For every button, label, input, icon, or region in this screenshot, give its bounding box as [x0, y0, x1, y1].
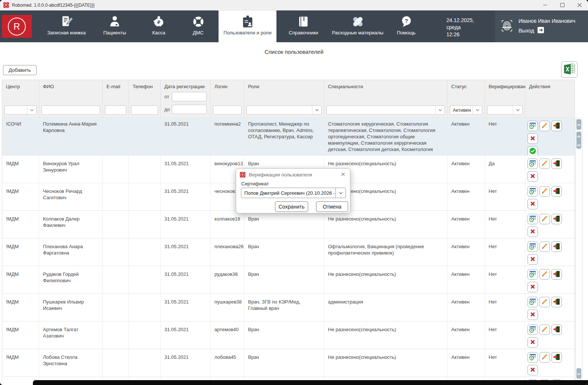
- nav-item-dms[interactable]: ДМС: [180, 10, 216, 42]
- certificate-select[interactable]: Попов Дмитрий Сергеевич (20.10.2026 - 20…: [241, 188, 346, 198]
- nav-item-references[interactable]: Справочники: [278, 10, 329, 42]
- filter-date-to-input[interactable]: [172, 105, 207, 114]
- login-as-button[interactable]: [551, 324, 562, 335]
- filter-verified-select[interactable]: [487, 105, 523, 115]
- nav-item-label: Расходные материалы: [332, 30, 384, 36]
- login-as-button[interactable]: [551, 158, 562, 169]
- cell-login: плеханова26: [211, 238, 244, 266]
- login-as-button[interactable]: [551, 297, 562, 307]
- schedule-button[interactable]: [527, 297, 538, 307]
- schedule-button[interactable]: [527, 352, 538, 363]
- table-row[interactable]: !СОЧИПотемкина Анна-Мария Карловна31.05.…: [2, 117, 575, 155]
- delete-x-icon: [529, 200, 536, 209]
- column-header-roles: Роли: [244, 80, 324, 117]
- filter-center-select[interactable]: [4, 105, 37, 115]
- delete-button[interactable]: [527, 337, 538, 348]
- delete-button[interactable]: [527, 254, 538, 265]
- add-user-button[interactable]: Добавить: [3, 65, 37, 75]
- delete-button[interactable]: [527, 227, 538, 237]
- scroll-up-button[interactable]: [576, 119, 581, 130]
- scroll-thumb[interactable]: [576, 132, 581, 149]
- delete-button[interactable]: [527, 133, 538, 144]
- edit-button[interactable]: [539, 269, 550, 280]
- vertical-scrollbar[interactable]: [575, 118, 582, 380]
- robomed-logo-icon: R: [240, 172, 245, 178]
- nav-item-cashdesk[interactable]: ₽Касса: [140, 10, 177, 42]
- close-icon[interactable]: ✕: [341, 172, 346, 178]
- delete-button[interactable]: [527, 171, 538, 182]
- cancel-button[interactable]: Отмена: [316, 201, 348, 212]
- delete-button[interactable]: [527, 282, 538, 292]
- login-as-button[interactable]: [551, 241, 562, 252]
- filter-roles-select[interactable]: [247, 105, 322, 115]
- weekday-text: среда: [446, 24, 474, 31]
- verify-toggle-button[interactable]: [527, 146, 538, 155]
- nav-item-help[interactable]: ?Помощь: [387, 10, 426, 42]
- column-header-reg_date: Дата регистрацииотдо: [161, 80, 211, 117]
- cell-email: [103, 155, 129, 183]
- excel-export-button[interactable]: [561, 61, 578, 78]
- scroll-down-button[interactable]: [576, 368, 581, 379]
- cell-reg_date: 31.05.2021: [161, 155, 211, 183]
- column-label: Роли: [248, 84, 322, 89]
- date-from-label: от: [164, 94, 172, 99]
- delete-button[interactable]: [527, 199, 538, 209]
- edit-button[interactable]: [539, 158, 550, 169]
- delete-button[interactable]: [527, 365, 538, 375]
- filter-specialties-select[interactable]: [327, 105, 445, 115]
- table-row[interactable]: !МДМПушкарев Ильвир Исаевич31.05.2021пуш…: [2, 293, 575, 321]
- edit-button[interactable]: [539, 214, 550, 224]
- nav-item-users-roles[interactable]: Пользователи и роли: [219, 10, 276, 42]
- robomed-logo[interactable]: R: [2, 15, 32, 38]
- table-row[interactable]: !МДМЛобова Стелла Эрнстовна31.05.2021лоб…: [2, 349, 575, 376]
- login-as-button[interactable]: [551, 121, 562, 131]
- edit-button[interactable]: [539, 324, 550, 335]
- logout-button[interactable]: Выход: [519, 27, 575, 35]
- filter-login-input[interactable]: [213, 105, 242, 115]
- filter-date-from-input[interactable]: [172, 92, 207, 101]
- edit-button[interactable]: [539, 352, 550, 363]
- nav-item-patients[interactable]: Пациенты: [92, 10, 137, 42]
- login-as-button[interactable]: [551, 352, 562, 363]
- cell-status: Активен: [448, 349, 485, 376]
- schedule-button[interactable]: [527, 324, 538, 335]
- schedule-button[interactable]: [527, 186, 538, 197]
- column-label: Телефон: [133, 84, 159, 89]
- delete-button[interactable]: [527, 309, 538, 320]
- nav-item-materials[interactable]: Расходные материалы: [331, 10, 385, 42]
- edit-button[interactable]: [539, 241, 550, 252]
- cell-status: Активен: [448, 211, 485, 238]
- save-button[interactable]: Сохранить: [275, 201, 308, 212]
- filter-email-input[interactable]: [105, 105, 126, 115]
- nav-item-notebook[interactable]: Записная книжка: [42, 10, 91, 42]
- edit-button[interactable]: [539, 297, 550, 307]
- chevron-down-icon: [513, 106, 522, 114]
- filter-status-select[interactable]: Активен: [450, 105, 482, 115]
- schedule-button[interactable]: [527, 214, 538, 224]
- time-text: 12:26: [446, 31, 474, 38]
- schedule-button[interactable]: [527, 269, 538, 280]
- filter-fio-input[interactable]: [41, 105, 100, 115]
- edit-pencil-icon: [541, 298, 548, 307]
- schedule-button[interactable]: [527, 121, 538, 131]
- filter-phone-input[interactable]: [131, 105, 158, 115]
- login-as-button[interactable]: [551, 214, 562, 224]
- schedule-icon: [529, 215, 536, 224]
- table-row[interactable]: !МДМКолпаков Далер Фаилевич31.05.2021кол…: [2, 210, 575, 238]
- login-as-icon: [553, 353, 560, 362]
- edit-button[interactable]: [539, 186, 550, 197]
- schedule-button[interactable]: [527, 241, 538, 252]
- table-row[interactable]: !МДМПлеханова Анара Фаргатовна31.05.2021…: [2, 238, 575, 266]
- table-row[interactable]: !МДМАртемов Талгат Азатович31.05.2021арт…: [2, 321, 575, 349]
- nav-item-label: Касса: [152, 30, 165, 36]
- edit-button[interactable]: [539, 121, 550, 131]
- table-row[interactable]: !МДМРудаков Гордей Филиппович31.05.2021р…: [2, 266, 575, 293]
- login-as-button[interactable]: [551, 269, 562, 280]
- delete-x-icon: [529, 228, 536, 236]
- maximize-button[interactable]: [554, 0, 571, 10]
- schedule-button[interactable]: [527, 158, 538, 169]
- close-button[interactable]: [571, 0, 588, 10]
- login-as-button[interactable]: [551, 186, 562, 197]
- cell-roles: Врач, ЗГВ по КЭР/Мед, Главный врач: [244, 294, 324, 321]
- minimize-button[interactable]: [536, 0, 554, 10]
